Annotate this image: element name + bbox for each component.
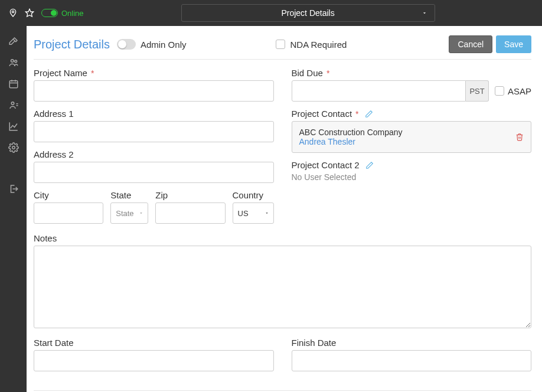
pencil-icon[interactable] <box>365 161 374 169</box>
contact-card: ABC Construction Company Andrea Thesler <box>292 121 532 153</box>
start-date-input[interactable] <box>34 350 274 371</box>
online-toggle[interactable]: Online <box>41 9 84 18</box>
bid-due-label: Bid Due* <box>292 68 532 78</box>
project-name-input[interactable] <box>34 80 274 102</box>
svg-point-8 <box>11 102 14 105</box>
asap-label: ASAP <box>508 86 531 96</box>
topbar: Online Project Details <box>0 0 542 26</box>
caret-down-icon <box>139 211 143 215</box>
svg-marker-1 <box>25 9 33 17</box>
address2-label: Address 2 <box>34 149 274 159</box>
contact2-label: Project Contact 2 <box>292 160 532 170</box>
pencil-icon[interactable] <box>365 110 373 118</box>
timezone-addon: PST <box>466 80 489 102</box>
city-label: City <box>34 190 103 200</box>
nda-checkbox[interactable] <box>276 40 285 49</box>
hammer-icon[interactable] <box>6 34 21 48</box>
chart-icon[interactable] <box>6 119 21 133</box>
calendar-icon[interactable] <box>6 77 21 91</box>
gear-icon[interactable] <box>6 141 21 155</box>
zip-label: Zip <box>155 190 225 200</box>
contact-name[interactable]: Andrea Thesler <box>299 137 403 146</box>
admin-only-toggle[interactable] <box>117 39 136 50</box>
contact-company: ABC Construction Company <box>299 128 403 137</box>
cancel-button[interactable]: Cancel <box>449 35 492 53</box>
main-content: Project Details Admin Only NDA Required … <box>27 26 542 392</box>
no-user-text: No User Selected <box>292 172 532 182</box>
svg-rect-4 <box>9 81 18 88</box>
save-button[interactable]: Save <box>496 35 531 53</box>
address1-input[interactable] <box>34 121 274 142</box>
logout-icon[interactable] <box>6 182 21 196</box>
sidebar <box>0 26 27 392</box>
project-name-label: Project Name* <box>34 68 274 78</box>
nda-label: NDA Required <box>290 40 347 50</box>
bid-due-input[interactable] <box>292 80 466 102</box>
star-icon[interactable] <box>24 7 35 19</box>
notes-label: Notes <box>34 233 531 243</box>
country-label: Country <box>233 190 274 200</box>
contact-icon[interactable] <box>6 98 21 112</box>
contact1-label: Project Contact* <box>292 109 532 119</box>
caret-down-icon <box>265 211 269 215</box>
zip-input[interactable] <box>155 202 225 224</box>
page-title: Project Details <box>34 38 110 51</box>
state-label: State <box>110 190 148 200</box>
caret-down-icon <box>422 10 427 16</box>
pin-icon[interactable] <box>7 7 19 19</box>
address2-input[interactable] <box>34 162 274 183</box>
svg-point-3 <box>14 60 17 63</box>
svg-point-0 <box>12 11 14 12</box>
page-tab-dropdown[interactable]: Project Details <box>181 4 435 22</box>
finish-date-input[interactable] <box>292 350 532 371</box>
address1-label: Address 1 <box>34 109 274 119</box>
section-header: Project Details Admin Only NDA Required … <box>34 35 531 60</box>
notes-textarea[interactable] <box>34 246 531 328</box>
svg-point-2 <box>11 60 14 63</box>
asap-checkbox[interactable] <box>495 86 504 96</box>
online-label: Online <box>61 9 84 18</box>
svg-point-11 <box>12 146 15 149</box>
users-icon[interactable] <box>6 55 21 70</box>
trash-icon[interactable] <box>515 133 524 141</box>
city-input[interactable] <box>34 202 103 224</box>
admin-only-label: Admin Only <box>141 40 187 50</box>
start-date-label: Start Date <box>34 338 274 348</box>
page-tab-label: Project Details <box>281 8 334 18</box>
finish-date-label: Finish Date <box>292 338 532 348</box>
